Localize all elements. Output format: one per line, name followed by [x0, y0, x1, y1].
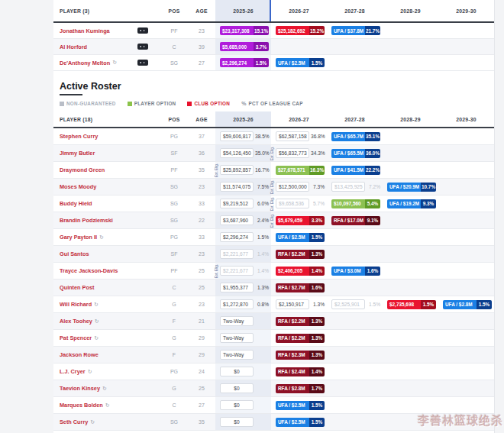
salary-pct: 6.0% — [254, 201, 269, 206]
player-name-link[interactable]: Trayce Jackson-Davis — [60, 267, 118, 274]
season-cell: $11,574,0757.5% — [215, 179, 271, 195]
salary-badge-red: $2,735,6981.5% — [387, 300, 436, 309]
player-note-icon[interactable]: ↻ — [94, 302, 99, 308]
player-name-link[interactable]: Al Horford — [60, 44, 87, 50]
player-name-link[interactable]: Moses Moody — [60, 183, 96, 190]
player-age: 21 — [188, 313, 215, 329]
salary-value-box: Two-Way — [220, 333, 254, 343]
player-name-cell: Quinten Post — [53, 280, 160, 296]
player-age: 37 — [188, 128, 215, 144]
player-note-icon[interactable]: ↻ — [99, 234, 104, 241]
player-pos: F — [160, 313, 188, 329]
salary-badge-blue: UFA / $20.9M10.7% — [387, 183, 436, 192]
season-cell — [327, 229, 383, 245]
player-name-link[interactable]: Jackson Rowe — [60, 351, 99, 358]
season-cell — [383, 55, 438, 70]
salary-badge-value: UFA / $20.9M — [387, 183, 421, 192]
salary-badge-value: RFA / $2.2M — [276, 317, 309, 326]
player-age: 23 — [188, 246, 215, 262]
season-cell: RFA / $17.0M9.1% — [327, 212, 383, 228]
player-row: Alex Toohey↻F21Two-WayRFA / $2.2M1.3% — [53, 313, 494, 330]
player-pos: SF — [160, 246, 188, 262]
player-age: 27 — [188, 397, 215, 413]
player-name-link[interactable]: Quinten Post — [60, 284, 94, 291]
salary-badge-blue: UFA / $3.0M1.6% — [331, 267, 380, 276]
season-cell — [383, 330, 438, 346]
season-cell: UFA / $3.0M1.6% — [327, 263, 383, 279]
salary-pct: 0.8% — [254, 302, 269, 307]
player-note-icon[interactable]: ↻ — [102, 386, 107, 392]
season-cell — [383, 212, 438, 228]
season-cell: $1,955,3771.3% — [215, 280, 271, 296]
player-name-link[interactable]: De'Anthony Melton — [60, 60, 110, 66]
season-cell — [438, 380, 494, 396]
season-cell — [383, 347, 438, 363]
player-name-link[interactable]: Seth Curry — [60, 418, 88, 425]
season-cell — [438, 55, 494, 70]
player-name-link[interactable]: L.J. Cryer — [60, 368, 86, 375]
salary-badge-purple: $2,296,2741.5% — [220, 58, 269, 67]
player-name-link[interactable]: Jonathan Kuminga — [60, 27, 110, 34]
season-cell: $2,221,6771.4% — [215, 246, 271, 262]
legend-swatch — [128, 102, 132, 106]
player-name-link[interactable]: Gary Payton II — [60, 234, 97, 241]
player-note-icon[interactable]: ↻ — [88, 369, 92, 375]
player-name-link[interactable]: Draymond Green — [60, 166, 105, 173]
salary-badge-value: UFA / $3.0M — [331, 267, 365, 276]
player-row: Quinten PostC25$1,955,3771.3%RFA / $2.7M… — [53, 280, 494, 296]
player-pos: SG — [160, 414, 188, 430]
salary-value-box: Two-Way — [220, 316, 254, 326]
age-column-header: AGE — [188, 111, 215, 127]
salary-pct: 16.7% — [254, 167, 269, 173]
season-cell: UFA / $2.5M1.5% — [271, 397, 327, 413]
salary-badge-value: $27,678,571 — [276, 166, 309, 175]
player-name-link[interactable]: Pat Spencer — [60, 334, 92, 341]
player-name-link[interactable]: Will Richard — [60, 301, 92, 308]
player-age: 35 — [188, 162, 215, 178]
player-name-link[interactable]: Alex Toohey — [60, 318, 92, 325]
salary-badge-blue: UFA / $2.5M1.5% — [276, 401, 325, 410]
player-age: 23 — [188, 179, 215, 195]
salary-badge-pct: 10.7% — [421, 183, 436, 192]
ext-eligible-label: Ext. Elig. — [215, 163, 219, 176]
salary-badge-pct: 1.3% — [309, 334, 325, 343]
player-age: 22 — [188, 212, 215, 228]
player-age: 23 — [188, 23, 215, 38]
season-cell — [383, 397, 438, 413]
player-name-link[interactable]: Brandin Podziemski — [60, 217, 113, 224]
season-cell — [383, 263, 438, 279]
legend-swatch — [187, 102, 192, 106]
season-cell: $10,097,5605.4% — [327, 195, 383, 212]
player-age: 27 — [188, 55, 215, 70]
player-note-icon[interactable]: ↻ — [90, 419, 95, 425]
player-age: 25 — [188, 263, 215, 279]
season-cell: RFA / $2.3M1.3% — [271, 347, 327, 363]
season-cell: $5,685,0003.7% — [215, 39, 271, 54]
legend-item: CLUB OPTION — [187, 101, 230, 106]
salary-value-box: $2,221,677 — [220, 249, 254, 259]
salary-pct: 7.2% — [365, 184, 380, 189]
player-name-link[interactable]: Stephen Curry — [60, 133, 98, 140]
player-note-icon[interactable]: ↻ — [95, 318, 99, 325]
season-cell — [383, 128, 438, 144]
player-name-link[interactable]: Buddy Hield — [60, 200, 92, 207]
player-name-cell: Marques Bolden↻ — [53, 397, 160, 413]
season-cell: $0 — [215, 380, 271, 396]
season-cell — [327, 39, 383, 54]
salary-badge-blue: UFA / $65.5M36.0% — [331, 149, 380, 158]
player-note-icon[interactable]: ↻ — [94, 335, 99, 341]
player-note-icon[interactable]: ↻ — [105, 402, 110, 409]
player-name-link[interactable]: Gui Santos — [60, 250, 89, 257]
player-pos: SG — [160, 55, 188, 70]
player-name-link[interactable]: Jimmy Butler — [60, 150, 95, 157]
season-cell — [327, 414, 383, 430]
player-name-link[interactable]: Marques Bolden — [60, 402, 103, 409]
season-cell: Ext. Elig.$25,892,85716.7% — [215, 162, 271, 178]
player-name-link[interactable]: Taevion Kinsey — [60, 385, 100, 392]
salary-badge-pct: 1.5% — [309, 233, 325, 242]
player-note-icon[interactable]: ↻ — [112, 60, 117, 66]
season-column-header: 2027-28 — [327, 0, 383, 21]
salary-value-box: $62,587,158 — [276, 131, 309, 141]
pct-of-cap-icon: % — [241, 101, 246, 106]
season-cell: $2,735,6981.5% — [383, 296, 438, 312]
